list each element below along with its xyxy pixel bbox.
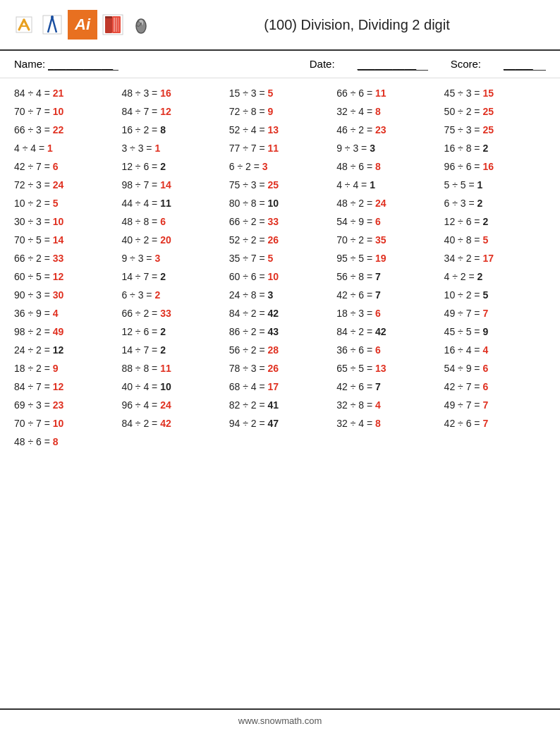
problem-answer: 10 [53,216,64,227]
pencil-icon [11,12,37,37]
problem-answer: 22 [53,124,64,135]
problem-equation: 56 ÷ 2 = [229,344,268,356]
problem-answer: 2 [160,271,166,282]
problem-equation: 66 ÷ 2 = [229,216,268,227]
problem-answer: 42 [375,326,386,337]
problem-item: 75 ÷ 3 = 25 [442,121,549,139]
name-field[interactable]: ___________ [48,58,118,71]
problem-answer: 7 [482,418,488,429]
problem-equation: 48 ÷ 2 = [336,198,375,209]
problem-equation: 32 ÷ 8 = [336,399,375,411]
problem-answer: 5 [53,198,59,209]
problem-item: 3 ÷ 3 = 1 [118,139,226,157]
problem-answer: 5 [482,234,488,246]
problem-equation: 49 ÷ 7 = [444,308,483,319]
problem-answer: 7 [375,289,381,301]
problem-equation: 95 ÷ 5 = [336,253,375,264]
problem-item: 78 ÷ 3 = 26 [226,359,334,377]
problem-item: 18 ÷ 3 = 6 [334,304,441,322]
problem-equation: 24 ÷ 2 = [14,344,53,356]
problem-item: 84 ÷ 2 = 42 [118,414,226,433]
problem-answer: 26 [268,234,279,246]
problem-equation: 24 ÷ 8 = [229,289,268,301]
problem-item: 72 ÷ 8 = 9 [226,102,334,121]
problem-answer: 11 [160,363,171,374]
problem-item: 66 ÷ 2 = 33 [226,212,334,231]
problem-item: 42 ÷ 6 = 7 [334,286,441,304]
problem-answer: 10 [53,418,64,429]
problem-item: 30 ÷ 3 = 10 [11,212,118,231]
mouse-icon [128,12,154,37]
problem-equation: 14 ÷ 7 = [121,271,160,282]
problem-item: 24 ÷ 8 = 3 [226,286,334,304]
problem-answer: 11 [375,87,386,99]
problem-item: 98 ÷ 2 = 49 [11,322,118,341]
problem-answer: 4 [375,399,381,411]
problem-answer: 42 [268,308,279,319]
problem-answer: 47 [268,418,279,429]
problem-item: 49 ÷ 7 = 7 [442,396,549,414]
header-icons: Ai [11,10,154,40]
problem-answer: 6 [375,344,381,356]
problem-item: 42 ÷ 6 = 7 [442,414,549,433]
problem-item: 14 ÷ 7 = 2 [118,267,226,286]
problem-answer: 24 [160,399,171,411]
problem-answer: 2 [154,289,160,301]
problem-answer: 4 [482,344,488,356]
problem-equation: 44 ÷ 4 = [121,198,160,209]
problem-answer: 42 [160,418,171,429]
date-field[interactable]: __________ [358,58,428,71]
problem-answer: 7 [482,308,488,319]
problem-equation: 75 ÷ 3 = [444,124,483,135]
problem-equation: 75 ÷ 3 = [229,179,268,191]
problem-answer: 2 [477,198,483,209]
problem-item: 96 ÷ 4 = 24 [118,396,226,414]
problem-item: 15 ÷ 3 = 5 [226,84,334,102]
problem-answer: 2 [482,143,488,154]
problem-equation: 84 ÷ 2 = [121,418,160,429]
problem-item: 6 ÷ 3 = 2 [442,194,549,212]
header: Ai [0,0,560,51]
problem-equation: 36 ÷ 9 = [14,308,53,319]
problem-equation: 60 ÷ 5 = [14,271,53,282]
problem-answer: 8 [53,436,59,447]
problem-equation: 66 ÷ 3 = [14,124,53,135]
problem-answer: 1 [477,179,483,191]
problem-equation: 36 ÷ 6 = [336,344,375,356]
problem-item: 45 ÷ 3 = 15 [442,84,549,102]
problem-answer: 2 [477,271,483,282]
problem-item: 9 ÷ 3 = 3 [334,139,441,157]
problem-answer: 5 [482,289,488,301]
problem-answer: 25 [482,124,494,135]
problem-answer: 33 [268,216,279,227]
problem-equation: 42 ÷ 7 = [444,381,483,392]
problem-equation: 52 ÷ 2 = [229,234,268,246]
problem-item: 54 ÷ 9 = 6 [334,212,441,231]
problem-answer: 28 [268,344,279,356]
date-score-section: Date: __________ Score: _____ [310,58,546,71]
problem-answer: 5 [268,87,274,99]
problem-equation: 88 ÷ 8 = [121,363,160,374]
problem-item: 40 ÷ 4 = 10 [118,377,226,396]
score-label: Score: [451,58,481,71]
problem-answer: 24 [53,179,64,191]
problem-equation: 52 ÷ 4 = [229,124,268,135]
problem-equation: 10 ÷ 2 = [14,198,53,209]
page: Ai [0,0,560,743]
score-field[interactable]: _____ [504,58,546,71]
problem-answer: 16 [482,161,494,172]
problem-item: 60 ÷ 6 = 10 [226,267,334,286]
problem-item: 86 ÷ 2 = 43 [226,322,334,341]
problem-item: 9 ÷ 3 = 3 [118,249,226,267]
problem-equation: 46 ÷ 2 = [336,124,375,135]
svg-point-7 [51,16,54,18]
problem-equation: 82 ÷ 2 = [229,399,268,411]
problem-item: 52 ÷ 4 = 13 [226,121,334,139]
problem-item: 16 ÷ 4 = 4 [442,341,549,359]
problem-item: 84 ÷ 4 = 21 [11,84,118,102]
compass-icon [39,12,65,37]
problem-item: 82 ÷ 2 = 41 [226,396,334,414]
problem-answer: 12 [53,344,64,356]
problem-equation: 30 ÷ 3 = [14,216,53,227]
problem-answer: 7 [482,399,488,411]
